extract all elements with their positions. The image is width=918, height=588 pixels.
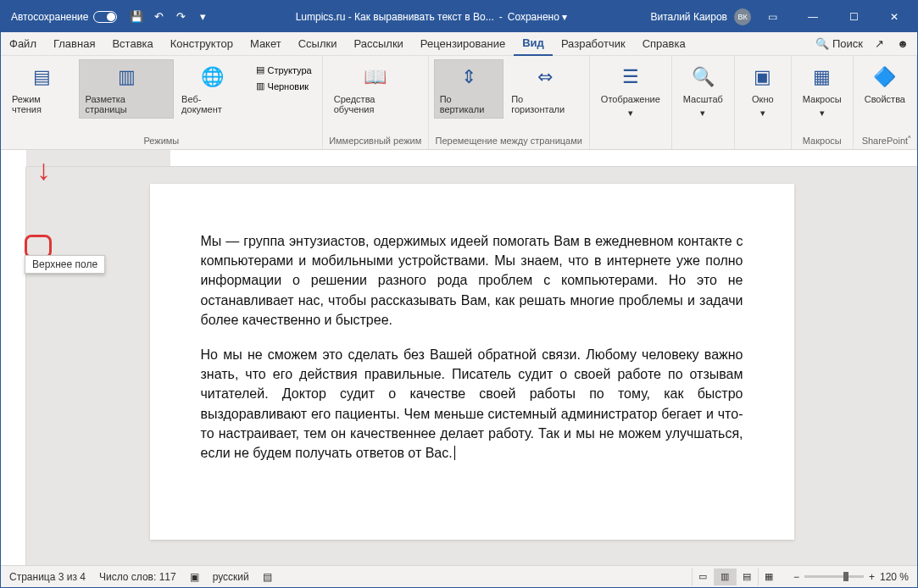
title-center: Lumpics.ru - Как выравнивать текст в Во.… xyxy=(212,11,650,23)
zoom-value[interactable]: 120 % xyxy=(880,571,909,583)
tab-mailings[interactable]: Рассылки xyxy=(345,32,411,56)
view-buttons: ▭ ▥ ▤ ▦ xyxy=(692,569,780,585)
mode-extra-list: ▤Структура ▥Черновик xyxy=(251,59,317,97)
workspace: Мы — группа энтузиастов, одержимых идеей… xyxy=(1,167,917,565)
page-icon: ▥ xyxy=(113,64,140,91)
ribbon-options-icon[interactable]: ▭ xyxy=(753,1,792,32)
eye-icon: ☰ xyxy=(617,64,644,91)
horizontal-icon: ⇔ xyxy=(531,64,559,91)
macros-button[interactable]: ▦Макросы▾ xyxy=(797,59,848,123)
redo-icon[interactable]: ↷ xyxy=(171,8,190,26)
statusbar: Страница 3 из 4 Число слов: 117 ▣ русски… xyxy=(1,565,917,587)
globe-icon: 🌐 xyxy=(198,64,225,91)
group-modes-label: Режимы xyxy=(143,134,179,147)
draft-icon: ▥ xyxy=(256,80,264,92)
word-count[interactable]: Число слов: 117 xyxy=(99,571,176,583)
learning-icon: 📖 xyxy=(362,64,389,91)
group-immersive-label: Иммерсивный режим xyxy=(329,134,421,147)
saved-status[interactable]: Сохранено ▾ xyxy=(508,11,568,23)
macros-icon: ▦ xyxy=(809,64,836,91)
document-area[interactable]: Мы — группа энтузиастов, одержимых идеей… xyxy=(26,167,917,565)
page-status[interactable]: Страница 3 из 4 xyxy=(9,571,86,583)
focus-mode-icon[interactable]: ▭ xyxy=(692,569,714,585)
autosave-label: Автосохранение xyxy=(11,11,88,23)
accessibility-icon[interactable]: ▤ xyxy=(263,571,272,583)
zoom-in-button[interactable]: + xyxy=(869,571,875,583)
horizontal-button[interactable]: ⇔По горизонтали xyxy=(505,59,584,119)
collapse-ribbon-icon[interactable]: ˄ xyxy=(907,135,912,146)
qat-dropdown-icon[interactable]: ▾ xyxy=(193,8,212,26)
group-window: ▣Окно▾ xyxy=(735,56,792,149)
vertical-button[interactable]: ⇕По вертикали xyxy=(434,59,504,119)
search-label[interactable]: Поиск xyxy=(832,37,863,50)
tab-references[interactable]: Ссылки xyxy=(290,32,346,56)
tab-layout[interactable]: Макет xyxy=(242,32,290,56)
group-display: ☰Отображение▾ xyxy=(590,56,672,149)
tab-home[interactable]: Главная xyxy=(45,32,103,56)
autosave-group: Автосохранение xyxy=(1,11,127,23)
minimize-icon[interactable]: — xyxy=(793,1,832,32)
outline-icon: ▤ xyxy=(256,64,264,75)
group-macros: ▦Макросы▾ Макросы xyxy=(792,56,854,149)
tab-developer[interactable]: Разработчик xyxy=(553,32,634,56)
sharepoint-icon: 🔷 xyxy=(871,64,899,91)
tab-review[interactable]: Рецензирование xyxy=(412,32,514,56)
tab-help[interactable]: Справка xyxy=(634,32,694,56)
avatar[interactable]: ВК xyxy=(734,8,751,25)
quick-access-toolbar: 💾 ↶ ↷ ▾ xyxy=(127,8,212,26)
zoom-control: − + 120 % xyxy=(793,571,909,583)
language-status[interactable]: русский xyxy=(213,571,249,583)
vertical-icon: ⇕ xyxy=(455,64,482,91)
tab-insert[interactable]: Вставка xyxy=(103,32,161,56)
zoom-slider[interactable] xyxy=(804,575,864,578)
undo-icon[interactable]: ↶ xyxy=(149,8,168,26)
arrow-down-icon: ↓ xyxy=(36,153,51,186)
page[interactable]: Мы — группа энтузиастов, одержимых идеей… xyxy=(150,184,794,540)
learning-tools-button[interactable]: 📖Средства обучения xyxy=(328,59,423,119)
group-modes: ▤Режим чтения ▥Разметка страницы 🌐Веб- д… xyxy=(1,56,323,149)
print-layout-button[interactable]: ▥Разметка страницы xyxy=(79,59,174,119)
group-move-label: Перемещение между страницами xyxy=(436,134,582,147)
ribbon: ▤Режим чтения ▥Разметка страницы 🌐Веб- д… xyxy=(1,56,917,150)
zoom-button[interactable]: 🔍Масштаб▾ xyxy=(677,59,729,123)
print-layout-icon[interactable]: ▥ xyxy=(714,569,736,585)
close-icon[interactable]: ✕ xyxy=(875,1,914,32)
properties-button[interactable]: 🔷Свойства xyxy=(859,59,911,108)
group-macros-label: Макросы xyxy=(803,134,842,147)
document-title: Lumpics.ru - Как выравнивать текст в Во.… xyxy=(296,11,494,23)
tab-view[interactable]: Вид xyxy=(514,32,553,56)
window-button[interactable]: ▣Окно▾ xyxy=(740,59,786,123)
tab-file[interactable]: Файл xyxy=(1,32,45,56)
search-icon: 🔍 xyxy=(815,37,829,50)
book-icon: ▤ xyxy=(28,64,55,91)
zoom-out-button[interactable]: − xyxy=(793,571,799,583)
proofing-icon[interactable]: ▣ xyxy=(190,571,199,583)
horizontal-ruler[interactable] xyxy=(26,150,917,167)
user-name[interactable]: Виталий Каиров xyxy=(650,11,727,23)
text-cursor xyxy=(454,446,455,460)
vertical-ruler[interactable] xyxy=(1,167,26,565)
autosave-toggle[interactable] xyxy=(93,11,117,23)
magnifier-icon: 🔍 xyxy=(689,64,716,91)
paragraph-2[interactable]: Но мы не сможем это сделать без Вашей об… xyxy=(201,345,743,463)
comments-icon[interactable]: ☻ xyxy=(895,37,910,50)
maximize-icon[interactable]: ☐ xyxy=(834,1,873,32)
web-layout-icon[interactable]: ▦ xyxy=(758,569,780,585)
reading-mode-button[interactable]: ▤Режим чтения xyxy=(6,59,77,119)
paragraph-1[interactable]: Мы — группа энтузиастов, одержимых идеей… xyxy=(201,231,743,330)
share-icon[interactable]: ↗ xyxy=(866,37,892,50)
display-button[interactable]: ☰Отображение▾ xyxy=(595,59,666,123)
web-layout-button[interactable]: 🌐Веб- документ xyxy=(175,59,248,119)
title-right: Виталий Каиров ВК ▭ — ☐ ✕ xyxy=(650,1,917,32)
tab-design[interactable]: Конструктор xyxy=(162,32,242,56)
group-zoom: 🔍Масштаб▾ xyxy=(672,56,735,149)
outline-button[interactable]: ▤Структура xyxy=(254,63,314,77)
group-page-movement: ⇕По вертикали ⇔По горизонтали Перемещени… xyxy=(429,56,590,149)
titlebar: Автосохранение 💾 ↶ ↷ ▾ Lumpics.ru - Как … xyxy=(1,1,917,32)
group-immersive: 📖Средства обучения Иммерсивный режим xyxy=(323,56,429,149)
top-margin-tooltip: Верхнее поле xyxy=(25,255,105,274)
read-mode-icon[interactable]: ▤ xyxy=(736,569,758,585)
save-icon[interactable]: 💾 xyxy=(127,8,146,26)
group-sharepoint-label: SharePoint xyxy=(862,134,908,147)
draft-button[interactable]: ▥Черновик xyxy=(254,79,314,93)
